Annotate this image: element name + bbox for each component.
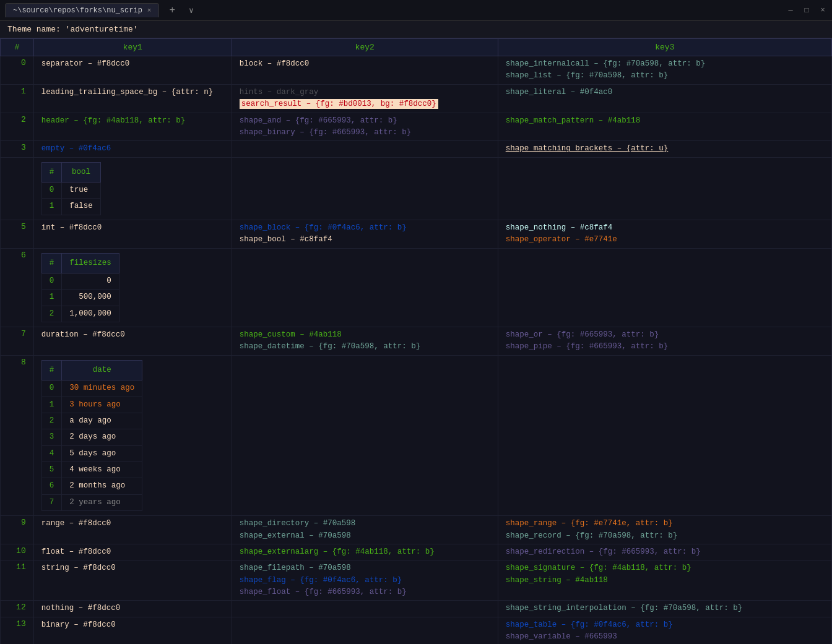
table-row: 12 nothing – #f8dcc0 shape_string_interp… xyxy=(1,601,832,617)
tab-dropdown-button[interactable]: ∨ xyxy=(185,3,197,18)
mini-row-val: 4 weeks ago xyxy=(62,462,142,478)
mini-row-num: 7 xyxy=(41,494,62,510)
row-num-12: 12 xyxy=(1,601,34,617)
row-num-9: 9 xyxy=(1,516,34,544)
mini-table-bool: # bool 0 true 1 false xyxy=(41,162,101,215)
mini-row-val: 1,000,000 xyxy=(62,306,119,322)
row-5-col1: int – #f8dcc0 xyxy=(33,220,232,248)
mini-th-filesizes: filesizes xyxy=(62,253,119,273)
col-key3: key3 xyxy=(498,39,831,56)
mini-row-num: 5 xyxy=(41,462,62,478)
row-4-col1: # bool 0 true 1 false xyxy=(33,157,232,220)
mini-table-row: 5 4 weeks ago xyxy=(41,462,142,478)
row-num-1: 1 xyxy=(1,84,34,113)
table-row: 10 float – #f8dcc0 shape_externalarg – {… xyxy=(1,544,832,560)
mini-table-row: 0 0 xyxy=(41,273,119,289)
mini-table-row: 6 2 months ago xyxy=(41,478,142,494)
row-8-col1: # date 0 30 minutes ago 1 3 hours xyxy=(33,355,232,515)
mini-table-row: 7 2 years ago xyxy=(41,494,142,510)
shell-output: Theme name: 'adventuretime' xyxy=(0,21,832,38)
row-num-7: 7 xyxy=(1,327,34,356)
mini-row-num: 0 xyxy=(41,182,62,199)
col-key1: key1 xyxy=(33,39,232,56)
mini-th-hash: # xyxy=(41,162,62,182)
mini-table-row: 2 a day ago xyxy=(41,413,142,429)
row-1-col3: shape_literal – #0f4ac0 xyxy=(498,84,831,113)
mini-row-num: 1 xyxy=(41,290,62,306)
row-10-col2: shape_externalarg – {fg: #4ab118, attr: … xyxy=(232,544,498,560)
row-6-col3 xyxy=(498,248,831,327)
mini-row-val: true xyxy=(62,182,101,199)
row-5-col3: shape_nothing – #c8faf4 shape_operator –… xyxy=(498,220,831,248)
mini-table-row: 0 true xyxy=(41,182,100,199)
active-tab[interactable]: ~\source\repos\forks\nu_scrip × xyxy=(5,3,159,17)
row-num-6: 6 xyxy=(1,248,34,327)
row-3-col1: empty – #0f4ac6 xyxy=(33,141,232,157)
row-12-col2 xyxy=(232,601,498,617)
mini-row-val: a day ago xyxy=(62,413,142,429)
window-controls: — □ × xyxy=(786,6,827,15)
row-num-4 xyxy=(1,157,34,220)
table-row: 1 leading_trailing_space_bg – {attr: n} … xyxy=(1,84,832,113)
mini-row-num: 4 xyxy=(41,445,62,462)
row-9-col3: shape_range – {fg: #e7741e, attr: b} sha… xyxy=(498,516,831,544)
tab-close-icon[interactable]: × xyxy=(147,7,152,14)
row-6-col1: # filesizes 0 0 1 500,000 xyxy=(33,248,232,327)
mini-row-val: 0 xyxy=(62,273,119,289)
table-row: 11 string – #f8dcc0 shape_filepath – #70… xyxy=(1,560,832,601)
row-0-col2: block – #f8dcc0 xyxy=(232,56,498,85)
mini-th-bool: bool xyxy=(62,162,101,182)
close-window-button[interactable]: × xyxy=(818,6,827,15)
row-1-col1: leading_trailing_space_bg – {attr: n} xyxy=(33,84,232,113)
mini-row-val: 2 days ago xyxy=(62,429,142,445)
mini-row-val: 2 months ago xyxy=(62,478,142,494)
table-header-row: # key1 key2 key3 xyxy=(1,39,832,56)
table-row: 13 binary – #f8dcc0 shape_table – {fg: #… xyxy=(1,617,832,644)
data-table: # key1 key2 key3 0 separator – #f8dcc0 b… xyxy=(0,38,832,644)
row-1-col2: hints – dark_gray search_result – {fg: #… xyxy=(232,84,498,113)
mini-row-num: 2 xyxy=(41,306,62,322)
maximize-button[interactable]: □ xyxy=(802,6,811,15)
row-13-col1: binary – #f8dcc0 xyxy=(33,617,232,644)
row-num-8: 8 xyxy=(1,355,34,515)
minimize-button[interactable]: — xyxy=(786,6,795,15)
table-row: 7 duration – #f8dcc0 shape_custom – #4ab… xyxy=(1,327,832,356)
mini-row-val: 30 minutes ago xyxy=(62,380,142,397)
row-7-col2: shape_custom – #4ab118 shape_datetime – … xyxy=(232,327,498,356)
mini-table-row: 4 5 days ago xyxy=(41,445,142,462)
mini-row-num: 0 xyxy=(41,273,62,289)
table-row: 8 # date 0 30 minutes ago xyxy=(1,355,832,515)
row-11-col3: shape_signature – {fg: #4ab118, attr: b}… xyxy=(498,560,831,601)
mini-row-num: 2 xyxy=(41,413,62,429)
row-num-13: 13 xyxy=(1,617,34,644)
row-10-col3: shape_redirection – {fg: #665993, attr: … xyxy=(498,544,831,560)
mini-row-num: 1 xyxy=(41,199,62,215)
col-hash: # xyxy=(1,39,34,56)
table-row: 0 separator – #f8dcc0 block – #f8dcc0 sh… xyxy=(1,56,832,85)
row-13-col2 xyxy=(232,617,498,644)
row-7-col1: duration – #f8dcc0 xyxy=(33,327,232,356)
row-num-3: 3 xyxy=(1,141,34,157)
title-bar: ~\source\repos\forks\nu_scrip × + ∨ — □ … xyxy=(0,0,832,21)
row-3-col2 xyxy=(232,141,498,157)
row-4-col3 xyxy=(498,157,831,220)
mini-row-num: 0 xyxy=(41,380,62,397)
mini-row-num: 3 xyxy=(41,429,62,445)
table-row: 9 range – #f8dcc0 shape_directory – #70a… xyxy=(1,516,832,544)
main-content: # key1 key2 key3 0 separator – #f8dcc0 b… xyxy=(0,38,832,642)
table-row: 6 # filesizes 0 0 xyxy=(1,248,832,327)
table-row: 2 header – {fg: #4ab118, attr: b} shape_… xyxy=(1,113,832,141)
mini-table-row: 3 2 days ago xyxy=(41,429,142,445)
tab-label: ~\source\repos\forks\nu_scrip xyxy=(13,6,142,15)
mini-th-date: date xyxy=(62,360,142,380)
row-2-col1: header – {fg: #4ab118, attr: b} xyxy=(33,113,232,141)
mini-table-row: 1 3 hours ago xyxy=(41,397,142,413)
row-13-col3: shape_table – {fg: #0f4ac6, attr: b} sha… xyxy=(498,617,831,644)
row-3-col3: shape_matching_brackets – {attr: u} xyxy=(498,141,831,157)
row-6-col2 xyxy=(232,248,498,327)
row-12-col1: nothing – #f8dcc0 xyxy=(33,601,232,617)
row-5-col2: shape_block – {fg: #0f4ac6, attr: b} sha… xyxy=(232,220,498,248)
mini-row-val: 2 years ago xyxy=(62,494,142,510)
row-num-11: 11 xyxy=(1,560,34,601)
new-tab-button[interactable]: + xyxy=(164,2,180,19)
